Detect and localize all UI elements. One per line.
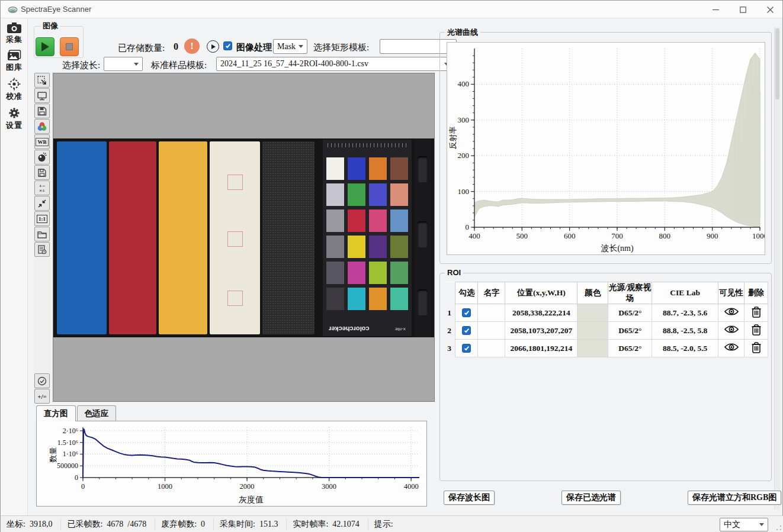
image-processing-checkbox[interactable] [223,41,232,50]
colorchecker-patch [326,236,344,258]
minimize-button[interactable] [702,1,729,18]
roi-row-checkbox[interactable] [455,322,478,340]
roi-row-delete-button[interactable] [745,322,768,340]
svg-text:900: 900 [707,231,718,240]
sample-block-blue [57,141,107,334]
white-balance-button[interactable]: WB [34,134,50,149]
sidebar-item-label: 图库 [5,63,23,72]
roi-row-visibility-button[interactable] [718,322,745,340]
color-wheel-button[interactable] [34,119,50,134]
roi-checkbox[interactable] [462,308,471,317]
language-value: 中文 [724,520,740,530]
save-as-icon [37,167,47,178]
roi-checkbox[interactable] [462,344,471,353]
check-circle-icon [37,376,47,386]
svg-text:700: 700 [611,231,623,240]
roi-row-checkbox[interactable] [455,304,478,322]
sample-template-select[interactable]: 2024_11_25 16_57_44-2ROI-400-800-1.csv [216,57,453,71]
sidebar-item-calibration[interactable]: 校准 [1,74,28,103]
sphere-icon [37,152,47,163]
sample-template-label: 标准样品模板: [151,60,207,71]
roi-row-name[interactable] [478,340,505,357]
mask-select[interactable]: Mask [273,39,307,54]
marquee-tool-button[interactable] [34,73,50,88]
display-tool-button[interactable] [34,88,50,103]
discarded-value: 0 [201,520,205,529]
svg-text:0: 0 [75,473,78,482]
stop-capture-button[interactable] [60,37,79,56]
export-settings-button[interactable] [34,242,50,257]
tab-histogram[interactable]: 直方图 [36,405,76,421]
roi-row-color-swatch [577,304,608,322]
confirm-tool-button[interactable] [34,373,50,388]
close-button[interactable] [756,1,783,18]
save-cube-rgb-button[interactable]: 保存光谱立方和RGB图 [688,491,781,505]
save-tool-button[interactable] [34,104,50,118]
case-hinge-strip [415,138,431,337]
roi-row-visibility-button[interactable] [718,304,745,322]
adjust-tool-button[interactable]: +/= [34,389,50,404]
sidebar-item-label: 采集 [5,35,23,44]
roi-table-row: 32066,1801,192,214D65/2°88.5, -2.0, 5.5 [444,340,768,357]
language-select[interactable]: 中文 [720,518,768,531]
roi-row-name[interactable] [478,322,505,340]
play-icon [40,41,50,53]
sidebar-item-capture[interactable]: 采集 [1,18,28,46]
status-capture-time: 采集时间: 151.3 [214,518,287,530]
frames-value: 4678 [107,520,123,529]
check-icon [464,309,469,315]
roi-row-position: 2058,338,222,214 [505,304,577,322]
sample-block-foam [262,141,315,334]
image-viewer-canvas[interactable]: colorchecker x-rite [53,73,435,402]
image-group-label: 图像 [41,21,60,31]
stop-icon [66,43,73,50]
save-selected-spectra-button[interactable]: 保存已选光谱 [561,491,621,505]
resize-grip[interactable] [776,525,782,531]
stored-count-label: 已存储数量: [118,43,165,54]
sidebar-item-settings[interactable]: 设置 [1,103,28,132]
colorchecker-patch [348,157,365,180]
colorchecker-patch [390,288,408,310]
replay-button[interactable] [207,40,219,53]
fps-value: 42.1074 [332,520,360,529]
fit-screen-button[interactable] [34,196,50,211]
roi-header-illuminant: 光源/观察视场 [608,282,652,304]
folder-tool-button[interactable] [34,227,50,241]
maximize-button[interactable] [729,1,756,18]
scrollbar-thumb[interactable] [775,28,779,99]
wavelength-select[interactable] [104,57,143,71]
right-scrollbar[interactable] [774,27,780,510]
start-capture-button[interactable] [36,37,54,56]
roi-row-illuminant: D65/2° [608,304,652,322]
roi-row-lab: 88.5, -2.0, 5.5 [652,340,718,357]
calculator-button[interactable]: +−×÷ [34,180,50,195]
roi-row-visibility-button[interactable] [718,340,745,357]
roi-row-checkbox[interactable] [455,340,478,357]
svg-text:2000: 2000 [240,482,255,491]
nav-sidebar: 采集 图库 校准 [1,18,28,515]
svg-text:4000: 4000 [404,482,419,491]
frames-label: 已采帧数: [67,519,102,530]
roi-header-row: 勾选 名字 位置(x,y,W,H) 颜色 光源/观察视场 CIE Lab 可见性… [444,282,768,304]
colorchecker-patch [348,236,365,258]
eye-icon [724,324,739,334]
sidebar-item-label: 校准 [5,92,23,101]
actual-size-button[interactable]: 1:1 [34,211,50,226]
save-as-button[interactable] [34,165,50,180]
roi-row-delete-button[interactable] [745,340,768,357]
roi-row-delete-button[interactable] [745,304,768,322]
svg-text:100: 100 [458,187,470,196]
save-wavelength-button[interactable]: 保存波长图 [444,491,495,505]
svg-text:500: 500 [516,231,528,240]
tab-chromatic-adaptation[interactable]: 色适应 [77,405,117,421]
spectrum-group-title: 光谱曲线 [445,27,480,38]
colorchecker-patch [369,157,387,180]
roi-group-title: ROI [445,268,463,277]
roi-header-position: 位置(x,y,W,H) [505,282,577,304]
sphere-tool-button[interactable] [34,150,50,165]
colorchecker-brand-row: colorchecker x-rite [323,321,412,334]
colorchecker-label: colorchecker [329,325,369,333]
roi-checkbox[interactable] [462,326,471,335]
sidebar-item-gallery[interactable]: 图库 [1,46,28,74]
roi-row-name[interactable] [478,304,505,322]
